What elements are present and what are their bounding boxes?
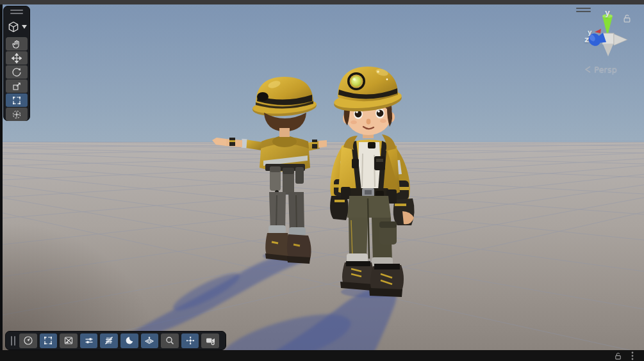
grid-visibility-button[interactable] (100, 333, 118, 348)
kebab-menu-icon[interactable] (631, 351, 634, 360)
rect-marquee-button[interactable] (40, 333, 58, 348)
gizmo-z-label[interactable]: z (584, 35, 589, 44)
gizmos-compass-button[interactable] (19, 333, 37, 348)
camera-settings-button[interactable] (201, 333, 219, 348)
transform-gizmo-icon (12, 109, 22, 120)
rotate-arrows-icon (12, 67, 22, 77)
lock-icon[interactable] (622, 13, 632, 23)
magnifier-icon (165, 335, 175, 346)
effects-toggle-button[interactable] (141, 333, 159, 348)
search-button[interactable] (161, 333, 179, 348)
sliders-icon (84, 335, 94, 346)
compass-icon (23, 335, 33, 346)
status-bar (0, 350, 644, 361)
skybox-toggle-button[interactable] (60, 333, 78, 348)
chevron-left-icon (585, 66, 591, 73)
gizmo-x-axis[interactable] (595, 29, 601, 33)
move-arrows-icon (12, 53, 22, 63)
video-camera-icon (205, 335, 216, 346)
rotate-tool-button[interactable] (6, 65, 28, 79)
view-settings-button[interactable] (80, 333, 98, 348)
grid-crossed-icon (104, 335, 114, 346)
scene-view-toolbar (5, 331, 226, 350)
projection-toggle[interactable]: Persp (585, 65, 617, 74)
caret-down-icon (22, 25, 27, 29)
rect-dashed-icon (12, 95, 22, 106)
ground-vignette (3, 138, 259, 350)
window-top-border (0, 0, 644, 4)
scene-viewport[interactable]: y y z Persp (3, 4, 644, 350)
view-mode-dropdown[interactable] (7, 20, 27, 33)
cube-icon (7, 20, 20, 33)
image-x-icon (63, 335, 74, 346)
editor-window: y y z Persp (0, 0, 644, 361)
gizmo-y-axis[interactable] (602, 16, 613, 36)
gizmo-y-label[interactable]: y (605, 8, 610, 17)
move-dots-icon (185, 335, 195, 346)
scale-tool-button[interactable] (6, 79, 28, 93)
rect-dashed-icon (43, 335, 53, 346)
unlock-icon[interactable] (614, 351, 622, 360)
scene-render (3, 4, 644, 350)
transform-tools (6, 37, 28, 121)
miner-character-front[interactable] (330, 67, 414, 297)
move-tool-button[interactable] (6, 51, 28, 65)
toolbar-drag-handle-icon[interactable] (11, 336, 15, 346)
snap-move-button[interactable] (181, 333, 199, 348)
scale-arrow-icon (12, 81, 22, 92)
moon-icon (124, 335, 135, 346)
tools-overlay-panel (3, 6, 30, 121)
layers-diamond-icon (144, 335, 154, 346)
overlay-drag-handle-icon[interactable] (10, 10, 23, 16)
lighting-toggle-button[interactable] (120, 333, 138, 348)
gizmo-axis-down[interactable] (603, 44, 613, 56)
window-left-border (0, 4, 3, 350)
rect-tool-button[interactable] (6, 93, 28, 107)
projection-label: Persp (594, 65, 617, 74)
pan-tool-button[interactable] (6, 37, 28, 51)
hand-icon (12, 39, 22, 49)
gizmo-axis-right[interactable] (614, 34, 627, 45)
transform-tool-button[interactable] (6, 108, 28, 121)
